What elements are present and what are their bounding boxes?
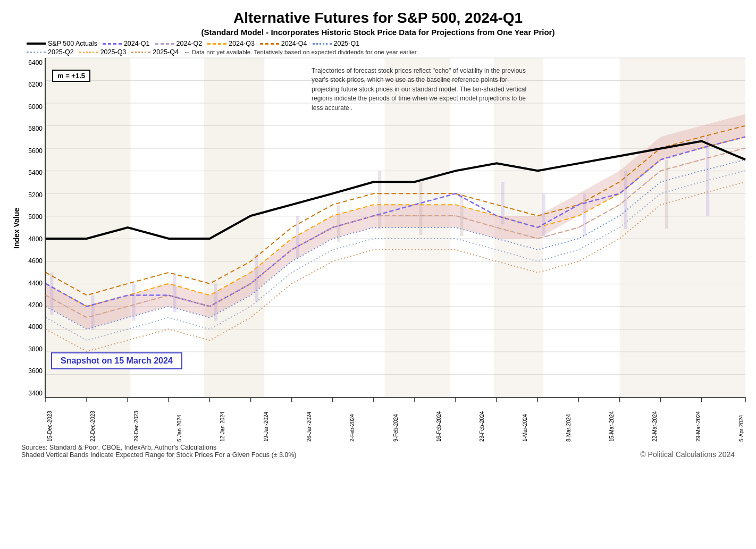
y-tick-5600: 5600: [22, 147, 43, 155]
legend-2024q4: 2024-Q4: [260, 40, 307, 47]
legend-2025q1: 2025-Q1: [313, 40, 360, 47]
legend-label-2024q1: 2024-Q1: [124, 40, 150, 47]
sources-text: Sources: Standard & Poor, CBOE, IndexArb…: [21, 444, 297, 451]
svg-rect-24: [91, 295, 94, 330]
y-tick-4200: 4200: [22, 301, 43, 309]
svg-rect-26: [173, 273, 177, 312]
x-label-12: 8-Mar-2024: [566, 399, 572, 442]
legend-line-2024q2: [155, 43, 174, 45]
y-tick-5800: 5800: [22, 125, 43, 132]
annotation-box: Trajectories of forecast stock prices re…: [312, 66, 535, 113]
snapshot-box: Snapshot on 15 March 2024: [51, 352, 182, 369]
svg-rect-35: [542, 193, 545, 236]
y-tick-3400: 3400: [22, 390, 43, 397]
x-label-8: 9-Feb-2024: [393, 399, 399, 442]
legend-2025q4: 2025-Q4: [131, 48, 179, 56]
x-label-9: 16-Feb-2024: [436, 399, 442, 442]
x-label-2: 29-Dec-2023: [133, 399, 139, 442]
legend-2024q1: 2024-Q1: [103, 40, 150, 47]
x-label-13: 15-Mar-2024: [609, 399, 615, 442]
x-label-0: 15-Dec-2023: [47, 399, 53, 442]
y-tick-4400: 4400: [22, 280, 43, 287]
legend-line-2025q3: [79, 52, 98, 53]
legend-label-2024q3: 2024-Q3: [229, 40, 255, 47]
y-tick-4600: 4600: [22, 257, 43, 265]
legend-label-2025q4: 2025-Q4: [153, 48, 179, 56]
x-label-4: 12-Jan-2024: [220, 399, 225, 442]
y-tick-5200: 5200: [22, 191, 43, 199]
svg-rect-33: [460, 193, 463, 236]
legend-note: ← Data not yet available. Tentatively ba…: [184, 49, 418, 55]
x-label-10: 23-Feb-2024: [479, 399, 485, 442]
svg-rect-36: [583, 193, 586, 236]
svg-rect-29: [296, 216, 299, 258]
legend-line-2024q1: [103, 43, 122, 45]
legend-2024q2: 2024-Q2: [155, 40, 203, 47]
svg-rect-31: [378, 171, 381, 229]
legend-2024q3: 2024-Q3: [207, 40, 255, 47]
y-axis-label: Index Value: [11, 58, 22, 398]
m-value-box: m = +1.5: [52, 70, 90, 82]
legend-label-2025q2: 2025-Q2: [48, 48, 74, 56]
legend-2025q3: 2025-Q3: [79, 48, 127, 56]
y-tick-4800: 4800: [22, 235, 43, 243]
legend-line-2025q4: [131, 52, 150, 53]
footer: Sources: Standard & Poor, CBOE, IndexArb…: [11, 442, 745, 461]
legend-label-2024q4: 2024-Q4: [281, 40, 307, 47]
legend-2025q2: 2025-Q2: [27, 48, 74, 56]
legend-actuals: S&P 500 Actuals: [27, 40, 97, 47]
copyright: © Political Calculations 2024: [640, 450, 735, 459]
svg-rect-25: [132, 284, 135, 321]
footer-left: Sources: Standard & Poor, CBOE, IndexArb…: [21, 444, 297, 459]
legend-line-2024q4: [260, 43, 279, 45]
page-wrapper: Alternative Futures for S&P 500, 2024-Q1…: [0, 0, 756, 549]
legend-line-2024q3: [207, 43, 226, 45]
legend-row-1: S&P 500 Actuals 2024-Q1 2024-Q2 2024-Q3 …: [11, 40, 745, 47]
svg-rect-23: [50, 273, 53, 315]
legend-label-actuals: S&P 500 Actuals: [48, 40, 97, 47]
legend-line-2025q2: [27, 52, 46, 53]
page-title: Alternative Futures for S&P 500, 2024-Q1: [11, 10, 745, 27]
legend-line-actuals: [27, 43, 46, 45]
y-tick-5000: 5000: [22, 213, 43, 221]
svg-rect-17: [46, 58, 130, 397]
x-label-7: 2-Feb-2024: [349, 399, 355, 442]
x-label-1: 22-Dec-2023: [90, 399, 96, 442]
legend-row-2: 2025-Q2 2025-Q3 2025-Q4 ← Data not yet a…: [11, 48, 745, 56]
svg-rect-18: [204, 58, 264, 397]
legend-label-2024q2: 2024-Q2: [177, 40, 203, 47]
svg-rect-21: [620, 58, 745, 397]
legend-label-2025q3: 2025-Q3: [100, 48, 127, 56]
x-label-3: 5-Jan-2024: [177, 399, 182, 442]
x-label-16: 5-Apr-2024: [738, 399, 744, 442]
x-label-15: 29-Mar-2024: [695, 399, 701, 442]
y-tick-6000: 6000: [22, 103, 43, 111]
y-tick-3600: 3600: [22, 367, 43, 375]
y-tick-5400: 5400: [22, 169, 43, 176]
svg-rect-30: [337, 205, 340, 242]
svg-rect-38: [665, 159, 668, 229]
shading-note: Shaded Vertical Bands Indicate Expected …: [21, 451, 297, 459]
y-tick-3800: 3800: [22, 345, 43, 353]
y-tick-4000: 4000: [22, 323, 43, 331]
x-label-5: 19-Jan-2024: [263, 399, 269, 442]
page-subtitle: (Standard Model - Incorporates Historic …: [11, 28, 745, 37]
x-label-14: 22-Mar-2024: [652, 399, 658, 442]
legend-label-2025q1: 2025-Q1: [334, 40, 360, 47]
svg-rect-39: [706, 137, 709, 216]
x-label-11: 1-Mar-2024: [522, 399, 528, 442]
y-tick-6200: 6200: [22, 81, 43, 88]
x-label-6: 26-Jan-2024: [306, 399, 312, 442]
y-tick-6400: 6400: [22, 59, 43, 66]
legend-line-2025q1: [313, 43, 332, 45]
m-value-text: m = +1.5: [57, 72, 85, 80]
annotation-text: Trajectories of forecast stock prices re…: [312, 67, 526, 112]
snapshot-text: Snapshot on 15 March 2024: [61, 356, 173, 365]
